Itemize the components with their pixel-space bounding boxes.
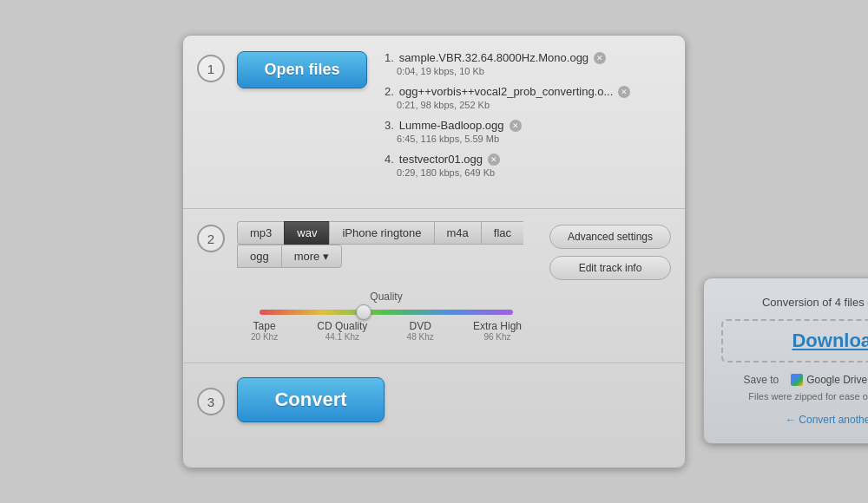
file-number: 4. — [385, 153, 394, 166]
file-list: 1. sample.VBR.32.64.8000Hz.Mono.ogg ✕ 0:… — [385, 51, 671, 186]
file-meta: 0:21, 98 kbps, 252 Kb — [397, 100, 671, 110]
quality-label: Quality — [251, 291, 522, 303]
download-panel: Conversion of 4 files complete Download … — [703, 278, 868, 444]
format-tabs: mp3 wav iPhone ringtone m4a flac ogg mor… — [237, 221, 536, 268]
conversion-complete-text: Conversion of 4 files complete — [721, 296, 868, 309]
file-meta: 0:29, 180 kbps, 649 Kb — [397, 167, 671, 178]
convert-button[interactable]: Convert — [237, 377, 385, 422]
google-drive-link[interactable]: Google Drive — [791, 374, 867, 386]
quality-marks: Tape 20 Khz CD Quality 44.1 Khz DVD 48 K… — [251, 320, 522, 342]
remove-file-1-button[interactable]: ✕ — [594, 52, 606, 64]
download-btn-area: Download — [721, 319, 868, 363]
tab-mp3[interactable]: mp3 — [237, 221, 284, 245]
step-3-circle: 3 — [197, 388, 225, 415]
save-to-label: Save to — [743, 374, 779, 386]
quality-mark-cd: CD Quality 44.1 Khz — [317, 320, 367, 342]
tab-flac[interactable]: flac — [481, 221, 523, 245]
quality-slider-container — [260, 310, 513, 315]
section-3-convert: 3 Convert — [183, 363, 685, 436]
quality-slider-thumb[interactable] — [356, 304, 372, 320]
quality-mark-dvd: DVD 48 Khz — [407, 320, 434, 342]
quality-mark-tape: Tape 20 Khz — [251, 320, 278, 342]
download-link[interactable]: Download — [792, 330, 868, 351]
list-item: 1. sample.VBR.32.64.8000Hz.Mono.ogg ✕ 0:… — [385, 51, 671, 76]
remove-file-3-button[interactable]: ✕ — [510, 120, 522, 132]
save-to-row: Save to Google Drive ✦ Dropbox — [721, 373, 868, 386]
google-drive-icon — [791, 374, 803, 386]
file-number: 2. — [385, 85, 394, 98]
section-1-files: 1 Open files 1. sample.VBR.32.64.8000Hz.… — [183, 36, 685, 209]
list-item: 3. Lumme-Badloop.ogg ✕ 6:45, 116 kbps, 5… — [385, 119, 671, 144]
remove-file-2-button[interactable]: ✕ — [618, 86, 630, 98]
file-meta: 6:45, 116 kbps, 5.59 Mb — [397, 134, 671, 144]
file-name: Lumme-Badloop.ogg — [399, 119, 504, 132]
list-item: 2. ogg++vorbis++vocal2_prob_converting.o… — [385, 85, 671, 110]
edit-track-info-button[interactable]: Edit track info — [549, 256, 671, 280]
file-number: 1. — [385, 51, 394, 64]
format-area: mp3 wav iPhone ringtone m4a flac ogg mor… — [237, 221, 536, 352]
file-name: testvector01.ogg — [399, 153, 483, 166]
open-files-button[interactable]: Open files — [237, 51, 367, 88]
zipped-note: Files were zipped for ease of downloadin… — [721, 391, 868, 402]
tab-wav[interactable]: wav — [284, 221, 329, 245]
file-name: ogg++vorbis++vocal2_prob_converting.o... — [399, 85, 613, 98]
settings-area: Advanced settings Edit track info — [549, 221, 671, 280]
advanced-settings-button[interactable]: Advanced settings — [549, 225, 671, 249]
tab-iphone-ringtone[interactable]: iPhone ringtone — [329, 221, 433, 245]
convert-another-link[interactable]: ← Convert another file — [721, 414, 868, 426]
file-name: sample.VBR.32.64.8000Hz.Mono.ogg — [399, 51, 589, 64]
file-number: 3. — [385, 119, 394, 132]
file-meta: 0:04, 19 kbps, 10 Kb — [397, 66, 671, 76]
step-1-circle: 1 — [197, 55, 225, 82]
list-item: 4. testvector01.ogg ✕ 0:29, 180 kbps, 64… — [385, 153, 671, 178]
quality-section: Quality Tape 20 Khz C — [237, 282, 536, 352]
section-2-format: 2 mp3 wav iPhone ringtone m4a flac ogg m… — [183, 209, 685, 363]
main-panel: 1 Open files 1. sample.VBR.32.64.8000Hz.… — [182, 35, 686, 468]
quality-slider-track — [260, 310, 513, 315]
tab-m4a[interactable]: m4a — [434, 221, 481, 245]
remove-file-4-button[interactable]: ✕ — [488, 154, 500, 166]
step-2-circle: 2 — [197, 225, 225, 252]
quality-mark-extra-high: Extra High 96 Khz — [473, 320, 522, 342]
tab-ogg[interactable]: ogg — [237, 245, 281, 268]
tab-more[interactable]: more ▾ — [281, 245, 342, 268]
